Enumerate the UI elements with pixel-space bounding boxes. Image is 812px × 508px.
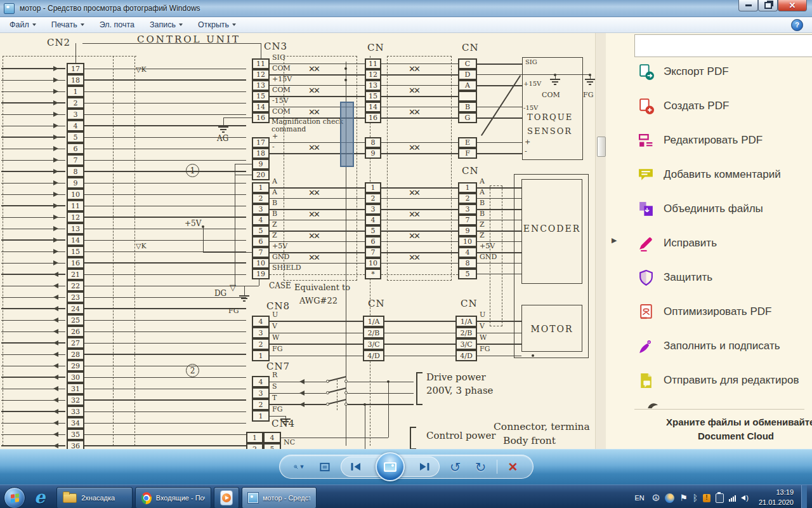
show-desktop-button[interactable] [801, 485, 807, 508]
panel-collapse-arrow-icon[interactable]: ▶ [612, 236, 617, 244]
schematic-text: FG [272, 345, 282, 352]
connector-pin: 4 [252, 316, 270, 327]
rotate-left-button[interactable]: ↺ [446, 458, 465, 476]
wire [384, 321, 455, 322]
sidebar-tool-export-pdf[interactable]: Экспорт PDF [638, 62, 729, 81]
wire [282, 421, 289, 422]
switch-contact [344, 380, 348, 383]
connector-pin: 9 [67, 177, 84, 189]
start-button[interactable] [4, 487, 25, 508]
language-indicator[interactable]: EN [634, 494, 644, 502]
connector-pin: G [458, 112, 477, 123]
taskbar-button-chrome[interactable]: Входящие - Почт... [135, 487, 211, 508]
connector-pin: 1 [252, 182, 270, 193]
connector-pin: 22 [67, 280, 84, 291]
menu-burn[interactable]: Запись [144, 18, 188, 31]
schematic-text: Z [480, 221, 485, 228]
sidebar-tool-comment[interactable]: Добавить комментарий [638, 165, 781, 184]
taskbar-button-folder[interactable]: 2хнасадка [56, 487, 133, 508]
taskbar-clock[interactable]: 13:19 21.01.2020 [759, 488, 794, 508]
connector-pin: 9 [252, 159, 270, 170]
connector-pin: 26 [67, 326, 84, 337]
photo-scrollbar[interactable] [595, 33, 606, 449]
cable-sheath [387, 56, 452, 281]
document-cloud-label: Document Cloud [666, 431, 806, 441]
previous-button[interactable] [346, 458, 365, 476]
schematic-text: CN2 [47, 37, 70, 48]
menu-print[interactable]: Печать [46, 18, 90, 31]
sidebar-tool-send-edit[interactable]: Отправить для редактиров [638, 371, 799, 390]
taskbar-button-photo-viewer[interactable]: мотор - Средств... [242, 487, 317, 508]
taskbar-button-media-player[interactable] [214, 487, 239, 508]
sidebar-tool-label: Исправить [664, 237, 717, 250]
wire [550, 79, 560, 80]
schematic-text: - [272, 144, 275, 150]
connector-pin: 16 [365, 112, 381, 123]
connector-pin: 5 [252, 225, 270, 236]
wire [381, 198, 458, 199]
zoom-button[interactable]: ▼ [290, 458, 309, 476]
minimize-button[interactable] [738, 0, 758, 11]
connector-pin: 7 [252, 247, 270, 258]
wire [381, 74, 458, 76]
menu-file[interactable]: Файл [4, 18, 42, 31]
schematic-text: Equivalent to [294, 283, 350, 293]
update-tray-icon[interactable] [665, 493, 674, 503]
switch-contact [344, 391, 348, 394]
download-manager-tray-icon[interactable] [703, 494, 710, 502]
sidebar-tool-fill-sign[interactable]: Заполнить и подписать [638, 337, 780, 356]
sidebar-tool-optimize-pdf[interactable]: Оптимизировать PDF [638, 302, 771, 321]
wire [381, 231, 458, 232]
close-button[interactable]: ✕ [778, 0, 807, 11]
slideshow-button[interactable] [376, 452, 405, 481]
wire [203, 252, 252, 253]
connector-pin: 33 [67, 406, 84, 417]
arrow-icon [53, 123, 58, 128]
chrome-icon [141, 492, 152, 504]
wire [222, 131, 225, 133]
wire [270, 416, 285, 417]
connector-pin: 36 [67, 440, 84, 449]
sidebar-tool-edit-pdf[interactable]: Редактировать PDF [638, 131, 763, 150]
arrow-icon [53, 203, 58, 208]
title-bar: мотор - Средство просмотра фотографий Wi… [0, 0, 812, 17]
previous-icon [350, 462, 362, 471]
schematic-text: U [272, 311, 278, 318]
restore-button[interactable] [758, 0, 778, 11]
sidebar-tool-protect[interactable]: Защитить [638, 268, 712, 287]
create-pdf-icon [638, 98, 655, 115]
wire [281, 438, 388, 438]
arrow-icon [53, 180, 58, 185]
bluetooth-tray-icon[interactable]: ᛒ [693, 493, 698, 502]
connector-pin: 8 [67, 166, 84, 177]
actual-size-button[interactable] [315, 458, 334, 476]
scrollbar-thumb[interactable] [597, 137, 606, 157]
connector-pin: 1 [252, 410, 270, 422]
wire [477, 117, 522, 119]
next-button[interactable] [415, 458, 434, 476]
antivirus-tray-icon[interactable]: ☮ [652, 493, 660, 502]
help-icon[interactable]: ? [791, 19, 803, 31]
sidebar-tool-create-pdf[interactable]: Создать PDF [638, 97, 729, 116]
rotate-right-button[interactable]: ↻ [471, 458, 490, 476]
schematic-text: command [272, 126, 306, 134]
wire [84, 389, 246, 389]
volume-icon[interactable]: ) [741, 494, 749, 502]
connector-pin: 10 [365, 258, 381, 269]
connector-pin: E [458, 137, 477, 148]
schematic-text: CASE [269, 282, 291, 291]
network-signal-icon[interactable] [729, 495, 736, 502]
sidebar-tool-label: Добавить комментарий [664, 168, 781, 181]
safely-remove-tray-icon[interactable] [716, 493, 724, 503]
delete-button[interactable]: ✕ [504, 458, 523, 476]
sidebar-tool-fix[interactable]: Исправить [638, 234, 717, 253]
wire [243, 300, 246, 302]
menu-email[interactable]: Эл. почта [94, 18, 140, 31]
internet-explorer-icon[interactable]: e [34, 487, 45, 507]
wire [381, 142, 458, 143]
menu-open[interactable]: Открыть [192, 18, 242, 31]
sidebar-tool-combine-files[interactable]: Объединить файлы [638, 199, 763, 218]
schematic-text: COM [272, 86, 291, 93]
wire [270, 321, 363, 322]
flag-tray-icon[interactable]: ⚑ [679, 493, 688, 502]
